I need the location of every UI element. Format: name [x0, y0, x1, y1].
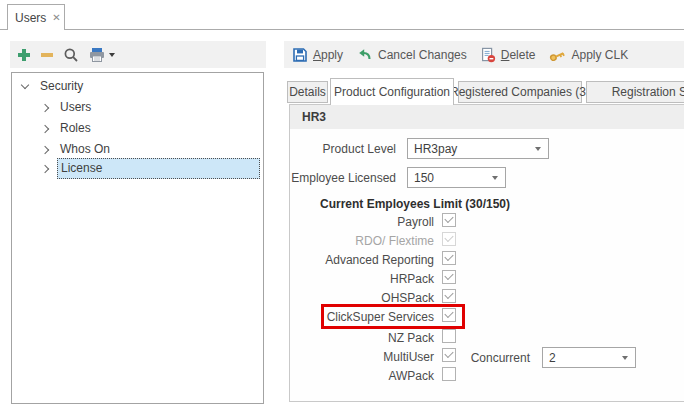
add-icon[interactable]	[17, 48, 31, 62]
delete-document-icon	[480, 47, 496, 63]
apply-label: Apply	[313, 48, 343, 62]
multiuser-checkbox[interactable]	[442, 348, 456, 362]
print-dropdown-caret-icon[interactable]	[109, 53, 115, 57]
concurrent-select[interactable]: 2	[542, 347, 636, 368]
tree-item-security[interactable]: Security	[12, 76, 263, 97]
apply-clk-button[interactable]: Apply CLK	[548, 47, 628, 63]
search-icon[interactable]	[63, 47, 79, 63]
tab-label: Product Configuration	[334, 85, 450, 99]
tab-label: Details	[289, 85, 326, 99]
annotation-highlight	[321, 304, 465, 329]
tree-item-roles[interactable]: Roles	[12, 118, 263, 139]
nz-pack-checkbox[interactable]	[442, 329, 456, 343]
ohspack-label: OHSPack	[280, 291, 434, 305]
ohspack-checkbox[interactable]	[442, 289, 456, 303]
advanced-reporting-label: Advanced Reporting	[280, 253, 434, 267]
multiuser-label: MultiUser	[280, 350, 434, 364]
concurrent-value: 2	[549, 351, 556, 365]
tree-item-users[interactable]: Users	[12, 97, 263, 118]
tree-item-license[interactable]: License	[12, 158, 263, 179]
awpack-label: AWPack	[280, 369, 434, 383]
product-level-select[interactable]: HR3pay	[407, 138, 549, 159]
undo-icon	[356, 47, 373, 63]
cancel-changes-button[interactable]: Cancel Changes	[356, 47, 467, 63]
combo-arrow-icon	[492, 176, 498, 180]
nz-pack-label: NZ Pack	[280, 331, 434, 345]
hrpack-checkbox[interactable]	[442, 270, 456, 284]
cancel-changes-label: Cancel Changes	[378, 48, 467, 62]
concurrent-label: Concurrent	[470, 351, 530, 365]
rdo-flextime-label: RDO/ Flextime	[280, 234, 434, 248]
tree-item-whos-on[interactable]: Whos On	[12, 139, 263, 160]
tab-registered-companies[interactable]: Registered Companies (3)	[458, 81, 582, 103]
save-icon	[292, 47, 308, 63]
tree-toolbar	[10, 41, 266, 68]
tabstrip-divider	[0, 29, 684, 30]
tab-label: Registered Companies (3)	[450, 85, 590, 99]
tree-item-label: License	[57, 158, 260, 179]
tree-item-label: Users	[57, 98, 95, 117]
document-tab-users[interactable]: Users ✕	[7, 4, 65, 30]
chevron-right-icon[interactable]	[41, 124, 49, 132]
tree-item-label: Whos On	[57, 140, 114, 159]
employee-licensed-label: Employee Licensed	[286, 171, 396, 185]
delete-button[interactable]: Delete	[480, 47, 536, 63]
chevron-right-icon[interactable]	[41, 164, 49, 172]
tab-details[interactable]: Details	[287, 81, 328, 103]
awpack-checkbox[interactable]	[442, 367, 456, 381]
chevron-right-icon[interactable]	[41, 145, 49, 153]
tree-item-label: Roles	[57, 119, 95, 138]
tab-product-configuration[interactable]: Product Configuration	[330, 78, 454, 105]
employee-licensed-value: 150	[414, 171, 434, 185]
combo-arrow-icon	[535, 147, 541, 151]
combo-arrow-icon	[622, 356, 628, 360]
hrpack-label: HRPack	[280, 272, 434, 286]
product-level-label: Product Level	[286, 142, 396, 156]
delete-label: Delete	[501, 48, 536, 62]
document-tab-label: Users	[15, 11, 46, 25]
tab-registration-submissions[interactable]: Registration Subm	[586, 81, 684, 103]
chevron-down-icon[interactable]	[21, 81, 29, 89]
apply-button[interactable]: Apply	[292, 47, 343, 63]
current-employees-limit-heading: Current Employees Limit (30/150)	[295, 197, 535, 211]
tree-item-label: Security	[37, 77, 87, 96]
rdo-flextime-checkbox	[442, 232, 456, 246]
groupbox-header: HR3	[290, 105, 684, 129]
key-icon	[548, 47, 566, 63]
payroll-label: Payroll	[280, 215, 434, 229]
detail-toolbar: Apply Cancel Changes Delete	[284, 41, 684, 68]
apply-clk-label: Apply CLK	[571, 48, 628, 62]
security-tree-panel: Security Users Roles Whos On License	[11, 72, 264, 404]
chevron-right-icon[interactable]	[41, 103, 49, 111]
remove-icon[interactable]	[40, 48, 54, 62]
advanced-reporting-checkbox[interactable]	[442, 251, 456, 265]
print-icon[interactable]	[88, 47, 106, 63]
employee-licensed-select[interactable]: 150	[407, 167, 506, 188]
close-icon[interactable]: ✕	[52, 12, 60, 23]
groupbox-title: HR3	[302, 110, 326, 124]
product-level-value: HR3pay	[414, 142, 457, 156]
payroll-checkbox[interactable]	[442, 213, 456, 227]
tab-label: Registration Subm	[612, 85, 684, 99]
